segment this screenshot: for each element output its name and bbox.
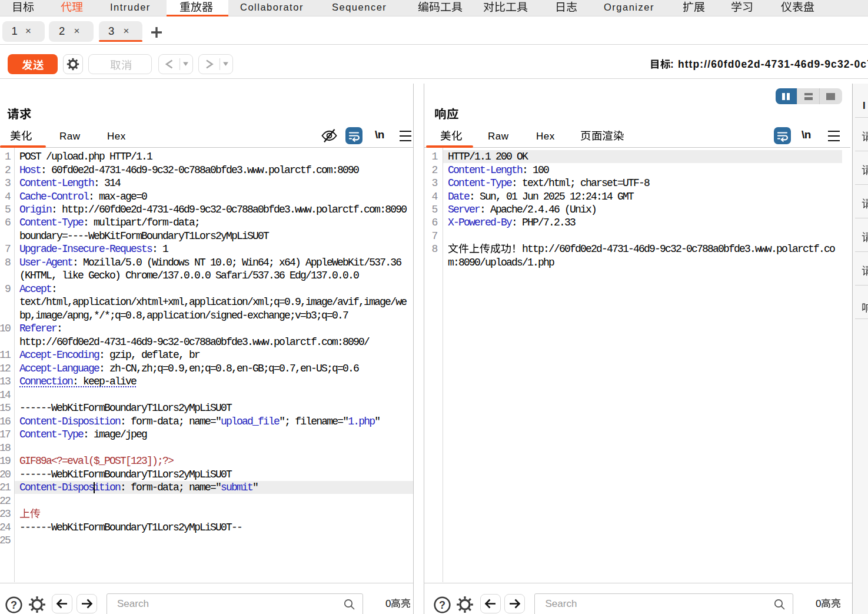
svg-text:?: ? [11,599,17,611]
svg-text:?: ? [439,599,445,611]
